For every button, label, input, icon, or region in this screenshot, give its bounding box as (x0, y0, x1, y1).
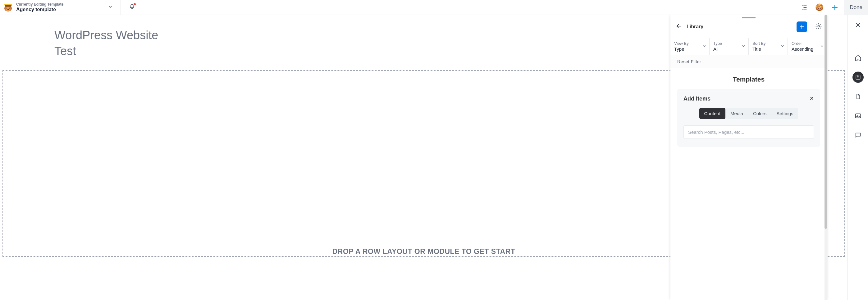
beaver-icon (3, 2, 13, 13)
filter-label: Type (713, 41, 745, 46)
add-items-tabs: Content Media Colors Settings (699, 108, 798, 119)
templates-section-title: Templates (671, 68, 827, 89)
svg-point-5 (9, 7, 10, 8)
svg-point-6 (7, 9, 9, 10)
gear-icon (815, 23, 822, 30)
library-title: Library (687, 24, 792, 30)
svg-point-7 (802, 5, 803, 6)
right-rail (847, 15, 868, 300)
done-button[interactable]: Done (844, 0, 868, 15)
plus-icon (831, 4, 838, 11)
svg-rect-14 (856, 75, 860, 79)
filter-view-by[interactable]: View By Type (671, 38, 710, 55)
template-name: Agency template (16, 6, 63, 12)
notifications-button[interactable] (127, 2, 137, 13)
tab-content[interactable]: Content (699, 108, 726, 119)
svg-point-16 (857, 115, 858, 116)
close-icon (810, 96, 814, 101)
chat-icon (855, 132, 862, 138)
filter-label: Sort By (752, 41, 784, 46)
filter-label: View By (674, 41, 706, 46)
svg-point-4 (6, 7, 7, 8)
arrow-left-icon (675, 23, 682, 30)
filter-sort-by[interactable]: Sort By Title (749, 38, 788, 55)
beaver-logo[interactable] (2, 2, 14, 13)
library-panel: Library View By Type Type All (671, 15, 827, 300)
filter-value: All (713, 46, 745, 52)
notification-dot (133, 3, 136, 5)
svg-point-9 (803, 7, 804, 7)
svg-point-13 (818, 25, 819, 27)
add-items-card: Add Items Content Media Colors Settings (677, 89, 820, 147)
rail-home-button[interactable] (852, 52, 864, 63)
tab-colors[interactable]: Colors (748, 108, 771, 119)
home-icon (855, 54, 862, 61)
svg-point-1 (6, 7, 10, 11)
add-items-title: Add Items (683, 96, 711, 102)
image-icon (855, 112, 862, 119)
svg-rect-10 (804, 7, 806, 8)
heading-line-2: Test (54, 45, 76, 58)
chevron-down-icon (742, 44, 745, 49)
canvas: WordPress Website Test DROP A ROW LAYOUT… (0, 15, 847, 300)
svg-rect-3 (4, 4, 12, 5)
main-area: WordPress Website Test DROP A ROW LAYOUT… (0, 15, 868, 300)
tab-media[interactable]: Media (725, 108, 748, 119)
svg-rect-8 (804, 5, 807, 6)
cookie-icon: 🍪 (815, 3, 824, 11)
top-bar: Currently Editing Template Agency templa… (0, 0, 868, 15)
svg-point-11 (802, 9, 803, 9)
chevron-down-icon (703, 44, 706, 49)
filter-value: Title (752, 46, 784, 52)
chevron-down-icon (108, 5, 113, 9)
close-icon (855, 22, 861, 28)
rail-page-button[interactable] (852, 91, 864, 102)
rail-library-button[interactable] (852, 72, 864, 83)
chevron-down-icon (820, 44, 824, 49)
filter-label: Order (792, 41, 823, 46)
library-header: Library (671, 18, 827, 38)
tab-settings[interactable]: Settings (771, 108, 798, 119)
svg-rect-12 (804, 9, 807, 9)
separator (121, 0, 121, 15)
filter-type[interactable]: Type All (710, 38, 749, 55)
top-bar-left: Currently Editing Template Agency templa… (2, 0, 137, 15)
panel-scrollbar-thumb[interactable] (825, 15, 827, 229)
template-dropdown-caret[interactable] (106, 3, 114, 12)
add-items-header: Add Items (683, 96, 814, 102)
rail-media-button[interactable] (852, 110, 864, 121)
outline-icon (801, 4, 808, 11)
title-block[interactable]: Currently Editing Template Agency templa… (16, 2, 63, 13)
filter-value: Ascending (792, 46, 823, 52)
library-back-button[interactable] (675, 23, 682, 31)
reset-row: Reset Filter (671, 55, 827, 68)
heading-line-1: WordPress Website (54, 29, 158, 42)
plus-icon (799, 24, 805, 30)
cookie-button[interactable]: 🍪 (813, 2, 826, 13)
filter-row: View By Type Type All Sort By Title Orde… (671, 38, 827, 55)
library-add-button[interactable] (797, 22, 807, 32)
dropzone-text: DROP A ROW LAYOUT OR MODULE TO GET START (333, 247, 516, 256)
close-panel-button[interactable] (852, 19, 864, 30)
top-bar-right: 🍪 Done (799, 0, 868, 15)
file-icon (855, 93, 861, 100)
add-items-search-input[interactable] (683, 126, 814, 139)
outline-button[interactable] (799, 2, 810, 13)
library-settings-button[interactable] (815, 23, 822, 31)
rail-chat-button[interactable] (852, 130, 864, 141)
add-items-close-button[interactable] (810, 96, 814, 102)
reset-filter-button[interactable]: Reset Filter (671, 55, 708, 68)
bookmark-square-icon (855, 74, 861, 80)
editing-label: Currently Editing Template (16, 2, 63, 6)
filter-order[interactable]: Order Ascending (788, 38, 827, 55)
add-content-button[interactable] (829, 2, 840, 13)
filter-value: Type (674, 46, 706, 52)
chevron-down-icon (781, 44, 784, 49)
